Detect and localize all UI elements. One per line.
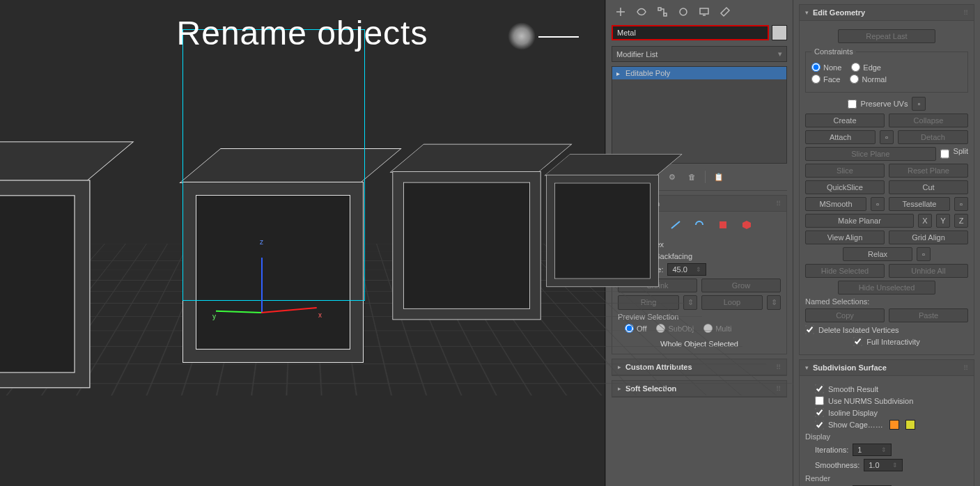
modifier-list-dropdown[interactable]: Modifier List xyxy=(612,46,787,62)
display-group-label: Display xyxy=(805,432,968,441)
hierarchy-tab-icon[interactable] xyxy=(656,6,669,18)
border-level-icon[interactable] xyxy=(692,217,707,233)
relax-button[interactable]: Relax xyxy=(843,247,912,261)
remove-modifier-icon[interactable]: 🗑 xyxy=(685,171,698,183)
preserve-uvs-label: Preserve UVs xyxy=(861,100,908,108)
show-cage-checkbox[interactable] xyxy=(815,421,824,430)
stack-item-editable-poly[interactable]: Editable Poly xyxy=(612,67,786,79)
svg-point-2 xyxy=(680,8,687,15)
annotation-leader xyxy=(538,36,579,38)
isoline-checkbox[interactable] xyxy=(815,408,824,417)
full-interactivity-checkbox[interactable] xyxy=(853,337,862,346)
unhide-all-button[interactable]: Unhide All xyxy=(889,264,968,278)
loop-button[interactable]: Loop xyxy=(701,295,763,310)
cut-button[interactable]: Cut xyxy=(889,180,968,194)
svg-rect-8 xyxy=(720,221,726,228)
edit-geometry-header[interactable]: Edit Geometry xyxy=(800,5,974,21)
constraints-group: Constraints None Edge Face Normal xyxy=(805,47,968,93)
command-panel: Modifier List Editable Poly 📌 ⚙ 🗑 📋 Sele… xyxy=(605,0,980,486)
configure-sets-icon[interactable]: 📋 xyxy=(713,171,725,183)
planar-x-button[interactable]: X xyxy=(918,214,932,228)
iterations-label: Iterations: xyxy=(815,446,848,454)
delete-isolated-checkbox[interactable] xyxy=(805,325,814,334)
paste-selection-button[interactable]: Paste xyxy=(889,308,968,322)
constraints-legend: Constraints xyxy=(811,47,856,56)
grid-align-button[interactable]: Grid Align xyxy=(889,230,968,244)
iterations-spinner[interactable]: 1 xyxy=(853,444,892,456)
isoline-label: Isoline Display xyxy=(828,409,878,417)
create-tab-icon[interactable] xyxy=(614,6,627,18)
constraint-none-radio[interactable] xyxy=(811,63,820,72)
display-tab-icon[interactable] xyxy=(698,6,710,18)
transform-gizmo[interactable]: xyz xyxy=(261,251,324,313)
modify-tab-icon[interactable] xyxy=(635,6,648,18)
smoothness-label: Smoothness: xyxy=(815,461,860,469)
edge-level-icon[interactable] xyxy=(668,217,683,233)
motion-tab-icon[interactable] xyxy=(677,6,690,18)
smoothness-spinner[interactable]: 1.0 xyxy=(864,459,903,471)
msmooth-settings-icon[interactable]: ▫ xyxy=(871,197,885,211)
delete-isolated-label: Delete Isolated Vertices xyxy=(818,326,899,334)
slice-plane-button[interactable]: Slice Plane xyxy=(805,147,936,161)
smooth-result-checkbox[interactable] xyxy=(815,384,824,393)
cage-color-2[interactable] xyxy=(905,420,915,430)
grow-button[interactable]: Grow xyxy=(701,279,781,292)
create-button[interactable]: Create xyxy=(805,113,885,127)
quickslice-button[interactable]: QuickSlice xyxy=(805,180,885,194)
cage-color-1[interactable] xyxy=(889,420,899,430)
constraint-normal-radio[interactable] xyxy=(850,75,859,84)
svg-rect-0 xyxy=(658,8,661,10)
viewport-3d[interactable]: xyz Rename objects xyxy=(0,0,605,486)
detach-button[interactable]: Detach xyxy=(898,130,968,144)
planar-z-button[interactable]: Z xyxy=(954,214,968,228)
subdivision-surface-header[interactable]: Subdivision Surface xyxy=(800,360,974,376)
reset-plane-button[interactable]: Reset Plane xyxy=(889,164,968,178)
edit-geometry-rollout: Edit Geometry Repeat Last Constraints No… xyxy=(799,4,974,355)
element-level-icon[interactable] xyxy=(739,217,754,233)
utilities-tab-icon[interactable] xyxy=(719,6,731,18)
hide-unselected-button[interactable]: Hide Unselected xyxy=(838,281,935,295)
constraint-edge-radio[interactable] xyxy=(851,63,860,72)
copy-selection-button[interactable]: Copy xyxy=(805,308,885,322)
svg-rect-3 xyxy=(700,8,708,14)
smooth-result-label: Smooth Result xyxy=(828,385,878,393)
named-selections-label: Named Selections: xyxy=(805,297,968,306)
loop-spinner-icon[interactable]: ⇕ xyxy=(767,295,781,310)
collapse-button[interactable]: Collapse xyxy=(889,113,968,127)
panel-tabs xyxy=(612,4,787,25)
polygon-level-icon[interactable] xyxy=(715,217,731,233)
nurms-checkbox[interactable] xyxy=(815,396,824,405)
view-align-button[interactable]: View Align xyxy=(805,230,885,244)
modifier-list-label: Modifier List xyxy=(616,50,658,58)
repeat-last-button[interactable]: Repeat Last xyxy=(838,29,935,43)
attach-button[interactable]: Attach xyxy=(805,130,876,144)
edit-geometry-panel: Edit Geometry Repeat Last Constraints No… xyxy=(793,0,980,486)
make-planar-button[interactable]: Make Planar xyxy=(805,214,914,228)
split-checkbox[interactable] xyxy=(940,147,949,161)
object-name-input[interactable] xyxy=(612,25,769,40)
planar-y-button[interactable]: Y xyxy=(936,214,950,228)
modifier-stack[interactable]: Editable Poly xyxy=(612,66,787,164)
preserve-uvs-settings-icon[interactable]: ▫ xyxy=(912,97,926,111)
show-cage-label: Show Cage…… xyxy=(828,421,883,429)
attach-list-icon[interactable]: ▫ xyxy=(880,130,894,144)
full-interactivity-label: Full Interactivity xyxy=(866,338,919,346)
tessellate-settings-icon[interactable]: ▫ xyxy=(954,197,968,211)
make-unique-icon[interactable]: ⚙ xyxy=(666,171,678,183)
split-label: Split xyxy=(954,147,968,161)
relax-settings-icon[interactable]: ▫ xyxy=(917,247,931,261)
msmooth-button[interactable]: MSmooth xyxy=(805,197,866,211)
render-group-label: Render xyxy=(805,474,968,483)
constraint-face-radio[interactable] xyxy=(811,75,820,84)
angle-spinner[interactable]: 45.0 xyxy=(667,263,706,276)
tessellate-button[interactable]: Tessellate xyxy=(889,197,950,211)
preserve-uvs-checkbox[interactable] xyxy=(848,100,857,109)
object-color-swatch[interactable] xyxy=(772,25,787,40)
hide-selected-button[interactable]: Hide Selected xyxy=(805,264,885,278)
subdivision-surface-rollout: Subdivision Surface Smooth Result Use NU… xyxy=(799,359,974,486)
slice-button[interactable]: Slice xyxy=(805,164,885,178)
nurms-label: Use NURMS Subdivision xyxy=(828,397,913,405)
